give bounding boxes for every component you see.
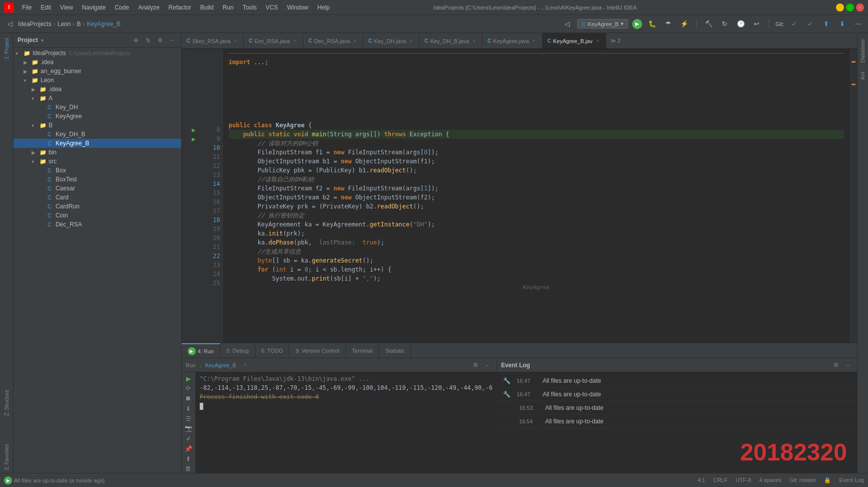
- menu-view[interactable]: View: [56, 3, 77, 12]
- git-pull[interactable]: ⬇: [836, 18, 848, 30]
- database-tab[interactable]: Database: [857, 35, 867, 67]
- minimize-button[interactable]: −: [836, 4, 844, 12]
- gutter-run-marker-9[interactable]: ▶: [190, 134, 198, 143]
- history-button[interactable]: 🕐: [735, 18, 747, 30]
- run-delete-btn[interactable]: 🗑: [182, 464, 195, 473]
- tree-card[interactable]: C Card: [14, 193, 181, 202]
- run-scroll-down-btn[interactable]: ⬇: [182, 405, 195, 414]
- status-line-sep[interactable]: CRLF: [713, 477, 728, 483]
- git-checkmark1[interactable]: ✓: [788, 18, 800, 30]
- navigate-back-btn[interactable]: ◁: [561, 18, 573, 30]
- menu-help[interactable]: Help: [313, 3, 334, 12]
- coverage-button[interactable]: ☂: [662, 18, 674, 30]
- bottom-tab-statistic[interactable]: Statistic: [379, 343, 411, 358]
- tab-key-dh-close[interactable]: ×: [408, 38, 414, 44]
- tab-keyagree-b-close[interactable]: ×: [595, 38, 601, 44]
- tab-skey-rsa[interactable]: C Skey_RSA.java ×: [182, 33, 244, 49]
- run-config-selector[interactable]: C KeyAgree_B ▾: [577, 19, 628, 29]
- run-play-btn[interactable]: ▶: [182, 374, 195, 383]
- bottom-tab-todo[interactable]: 6: TODO: [255, 343, 290, 358]
- maximize-button[interactable]: □: [846, 4, 854, 12]
- tab-dec-rsa[interactable]: C Dec_RSA.java ×: [303, 33, 363, 49]
- run-button[interactable]: ▶: [632, 19, 642, 29]
- gutter-run-marker-8[interactable]: ▶: [190, 125, 198, 134]
- tab-enc-rsa[interactable]: C Enc_RSA.java ×: [244, 33, 303, 49]
- tree-egg-burner[interactable]: ▶ 📁 an_egg_burner: [14, 67, 181, 76]
- event-log-tab[interactable]: Event Log: [839, 477, 864, 483]
- project-dropdown-arrow[interactable]: ▾: [41, 38, 44, 43]
- bottom-tab-debug[interactable]: 5: Debug: [220, 343, 255, 358]
- status-message[interactable]: All files are up-to-date (a minute ago): [14, 477, 105, 483]
- undo-button[interactable]: ↩: [751, 18, 763, 30]
- debug-button[interactable]: 🐛: [646, 18, 658, 30]
- tab-keyagree-close[interactable]: ×: [531, 38, 537, 44]
- favorites-tool-icon[interactable]: 2: Favorites: [0, 441, 13, 473]
- run-wrap-btn[interactable]: ↲: [182, 434, 195, 443]
- event-log-settings-btn[interactable]: ⚙: [831, 360, 841, 370]
- run-rerun-btn[interactable]: ⟳: [182, 384, 195, 393]
- tab-keyagree-b[interactable]: C KeyAgree_B.jav ×: [543, 33, 606, 49]
- tree-b[interactable]: ▾ 📁 B: [14, 121, 181, 130]
- tree-box[interactable]: C Box: [14, 166, 181, 175]
- breadcrumb-root[interactable]: IdeaProjects: [18, 21, 52, 28]
- tree-leon[interactable]: ▾ 📁 Leon: [14, 76, 181, 85]
- status-indent[interactable]: 4 spaces: [759, 477, 781, 483]
- tree-src[interactable]: ▾ 📁 src: [14, 157, 181, 166]
- profile-button[interactable]: ⚡: [678, 18, 690, 30]
- code-content[interactable]: import ...; public class KeyAgree { publ…: [223, 49, 850, 343]
- tab-key-dh[interactable]: C Key_DH.java ×: [363, 33, 419, 49]
- tree-key-dh[interactable]: C Key_DH: [14, 103, 181, 112]
- tree-key-dh-b[interactable]: C Key_DH_B: [14, 130, 181, 139]
- tab-key-dh-b-close[interactable]: ×: [471, 38, 477, 44]
- run-settings-btn[interactable]: ⚙: [471, 360, 481, 370]
- back-button[interactable]: ◁: [4, 18, 16, 30]
- menu-analyze[interactable]: Analyze: [134, 3, 164, 12]
- tree-leon-idea[interactable]: ▶ 📁 .idea: [14, 85, 181, 94]
- project-expand-btn[interactable]: ⇅: [143, 35, 153, 45]
- run-minimize-btn[interactable]: −: [483, 360, 493, 370]
- git-push[interactable]: ⬆: [820, 18, 832, 30]
- project-hide-btn[interactable]: −: [167, 35, 177, 45]
- tab-enc-rsa-close[interactable]: ×: [292, 38, 298, 44]
- structure-tool-icon[interactable]: Z: Structure: [0, 387, 13, 419]
- ant-tab[interactable]: Ant: [857, 68, 867, 84]
- tree-keyagree[interactable]: C KeyAgree: [14, 112, 181, 121]
- run-fold-btn[interactable]: ⬆: [182, 454, 195, 463]
- tab-keyagree[interactable]: C KeyAgree.java ×: [483, 33, 543, 49]
- tree-cardrun[interactable]: C CardRun: [14, 202, 181, 211]
- menu-tools[interactable]: Tools: [239, 3, 261, 12]
- close-button[interactable]: ×: [856, 4, 864, 12]
- tree-a[interactable]: ▾ 📁 A: [14, 94, 181, 103]
- tree-dec-rsa[interactable]: C Dec_RSA: [14, 220, 181, 229]
- menu-build[interactable]: Build: [196, 3, 218, 12]
- menu-navigate[interactable]: Navigate: [78, 3, 110, 12]
- menu-edit[interactable]: Edit: [37, 3, 55, 12]
- bottom-tab-terminal[interactable]: Terminal: [346, 343, 379, 358]
- status-encoding[interactable]: UTF-8: [735, 477, 751, 483]
- menu-vcs[interactable]: VCS: [262, 3, 282, 12]
- git-options[interactable]: ⋯: [852, 18, 864, 30]
- tab-key-dh-b[interactable]: C Key_DH_B.java ×: [419, 33, 483, 49]
- tree-bin[interactable]: ▶ 📁 bin: [14, 148, 181, 157]
- menu-run[interactable]: Run: [219, 3, 238, 12]
- project-tool-icon[interactable]: 1: Project: [0, 35, 13, 62]
- bottom-tab-vcs[interactable]: 9: Version Control: [289, 343, 345, 358]
- tree-keyagree-b[interactable]: C KeyAgree_B: [14, 139, 181, 148]
- sync-button[interactable]: ↻: [719, 18, 731, 30]
- run-pin-btn[interactable]: 📌: [182, 445, 195, 454]
- breadcrumb-current[interactable]: KeyAgree_B: [87, 21, 120, 28]
- menu-code[interactable]: Code: [111, 3, 133, 12]
- run-camera-btn[interactable]: 📷: [182, 424, 195, 433]
- run-filter-btn[interactable]: ☰: [182, 414, 195, 423]
- menu-file[interactable]: File: [18, 3, 36, 12]
- tree-caesar[interactable]: C Caesar: [14, 184, 181, 193]
- menu-window[interactable]: Window: [283, 3, 312, 12]
- run-close-btn[interactable]: ×: [242, 362, 248, 368]
- status-position[interactable]: 4:1: [697, 477, 705, 483]
- breadcrumb-b[interactable]: B: [77, 21, 81, 28]
- status-git[interactable]: Git: master: [789, 477, 816, 483]
- project-settings-btn[interactable]: ⚙: [155, 35, 165, 45]
- status-run-icon[interactable]: ▶: [4, 476, 12, 484]
- menu-refactor[interactable]: Refactor: [165, 3, 195, 12]
- tree-idea[interactable]: ▶ 📁 .idea: [14, 58, 181, 67]
